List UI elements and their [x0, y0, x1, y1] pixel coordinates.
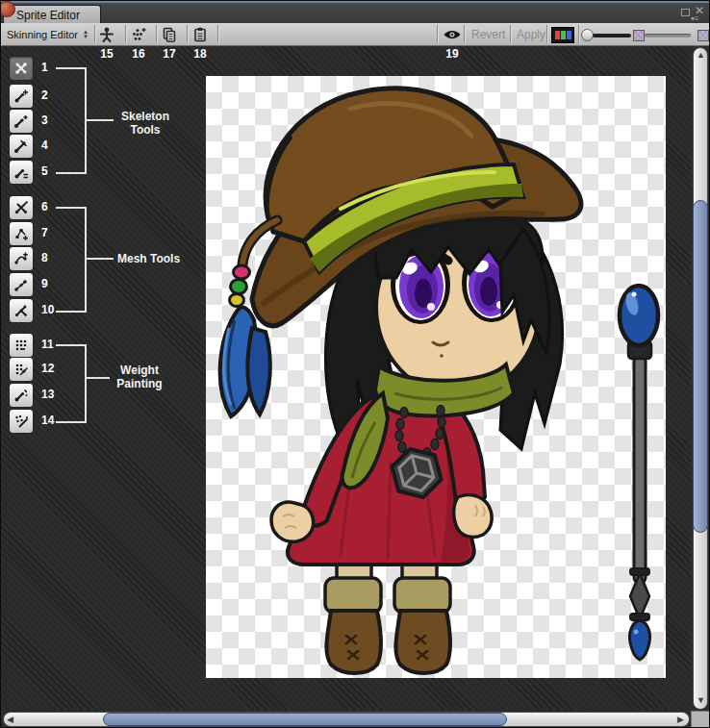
rgb-swatch-button[interactable] [551, 27, 574, 43]
create-vertex-button[interactable] [9, 246, 34, 271]
staff-art [620, 286, 658, 660]
copy-button[interactable] [157, 25, 182, 43]
bone-influence-icon [13, 414, 29, 429]
paste-button[interactable] [188, 25, 213, 43]
mode-dropdown[interactable]: Skinning Editor ▲▼ [7, 26, 89, 42]
annotation-stub-weight [87, 377, 110, 379]
bind-pose-button[interactable] [94, 25, 119, 43]
preview-pose-button[interactable] [9, 56, 34, 81]
updown-arrows-icon: ▲▼ [83, 30, 89, 38]
reparent-bone-icon [13, 164, 29, 180]
split-bone-icon [13, 138, 29, 154]
create-edge-button[interactable] [9, 272, 34, 297]
label-weight-painting: Weight Painting [108, 364, 171, 390]
edit-bone-button[interactable] [9, 84, 34, 109]
weight-brush-button[interactable] [9, 383, 34, 408]
revert-button[interactable]: Revert [471, 26, 505, 42]
annotation-15: 15 [97, 47, 116, 61]
scroll-left-icon[interactable]: ◀ [7, 715, 13, 724]
create-bone-button[interactable] [9, 109, 34, 134]
copy-icon [161, 26, 178, 43]
create-vertex-icon [13, 251, 29, 266]
scroll-down-icon[interactable]: ▼ [697, 695, 705, 705]
horizontal-scrollbar-thumb[interactable] [103, 713, 507, 726]
checker-thumbnail-icon[interactable] [633, 30, 645, 41]
swatch-blue-icon [567, 31, 571, 39]
annotation-stub-skeleton [87, 119, 114, 121]
auto-weights-button[interactable] [9, 333, 34, 358]
bone-influence-button[interactable] [9, 409, 34, 434]
scroll-up-icon[interactable]: ▲ [697, 50, 705, 60]
create-edge-icon [13, 277, 29, 292]
checker-thumbnail2-icon[interactable] [697, 30, 709, 41]
annotation-bracket-skeleton [56, 67, 87, 174]
scrollbar-corner [691, 711, 710, 728]
edit-bone-icon [13, 88, 29, 104]
label-mesh-tools: Mesh Tools [117, 252, 180, 265]
split-bone-button[interactable] [9, 134, 34, 159]
apply-button[interactable]: Apply [517, 26, 545, 42]
weight-brush-icon [13, 388, 29, 403]
annotation-bracket-weight [56, 344, 87, 423]
split-edge-icon [13, 303, 29, 318]
auto-geometry-icon [13, 200, 29, 215]
label-skeleton-tools: Skeleton Tools [114, 110, 177, 137]
auto-weights-icon [13, 338, 29, 353]
reparent-bone-button[interactable] [9, 160, 34, 185]
bind-pose-icon [98, 26, 115, 43]
sprite-artwork [206, 76, 666, 678]
scroll-right-icon[interactable]: ▶ [677, 715, 684, 724]
swatch-green-icon [561, 31, 566, 39]
preview-pose-icon [13, 61, 29, 76]
hat-beads-art [230, 265, 250, 307]
sprite-canvas[interactable] [206, 76, 666, 678]
maximize-icon[interactable] [681, 9, 690, 16]
auto-geometry-button[interactable] [9, 195, 34, 220]
zoom-slider-track[interactable] [593, 34, 631, 38]
mode-dropdown-value: Skinning Editor [7, 29, 78, 40]
annotation-16: 16 [129, 47, 148, 61]
annotation-18: 18 [190, 47, 210, 61]
character-mode-icon [130, 26, 147, 43]
edit-geometry-icon [13, 226, 29, 241]
brightness-slider-track[interactable] [645, 34, 691, 38]
pane-menu-icon[interactable]: ▾≡ [691, 14, 699, 23]
vertical-scrollbar-thumb[interactable] [693, 200, 708, 533]
split-edge-button[interactable] [9, 298, 34, 323]
visibility-button[interactable] [440, 25, 465, 43]
weight-slider-icon [13, 362, 29, 377]
sprite-editor-window: Sprite Editor ✕ ▾≡ Skinning Editor ▲▼ [0, 0, 710, 728]
visibility-eye-icon [443, 28, 462, 41]
tab-title: Sprite Editor [16, 9, 80, 22]
swatch-red-icon [555, 31, 560, 39]
edit-geometry-button[interactable] [9, 221, 34, 246]
paste-icon [191, 26, 209, 43]
tab-sprite-editor[interactable]: Sprite Editor [3, 5, 101, 25]
annotation-19: 19 [443, 47, 462, 61]
create-bone-icon [13, 113, 29, 129]
character-mode-button[interactable] [126, 25, 151, 43]
annotation-bracket-mesh [56, 207, 87, 313]
title-bar: Sprite Editor ✕ ▾≡ [1, 1, 710, 23]
annotation-17: 17 [160, 47, 179, 61]
annotation-stub-mesh [87, 258, 114, 260]
weight-slider-button[interactable] [9, 357, 34, 382]
